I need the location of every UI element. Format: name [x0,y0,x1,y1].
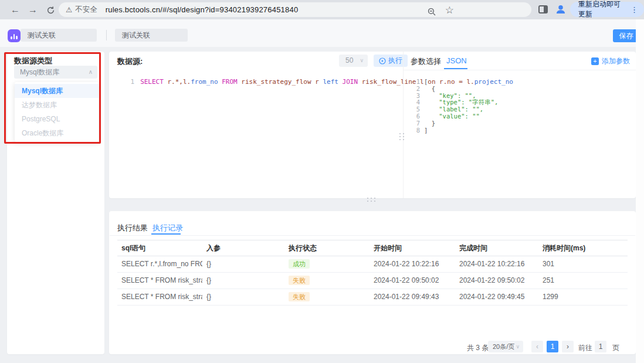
security-warning[interactable]: ⚠ 不安全 [66,5,97,15]
row-limit-value: 50 [345,56,353,65]
url-bar[interactable]: ⚠ 不安全 rules.bctools.cn/#/sql/design?id=9… [59,2,531,17]
tab-history-underline [151,233,181,235]
screenshot-root: ← → ⚠ 不安全 rules.bctools.cn/#/sql/design?… [0,0,644,363]
horizontal-resize-handle[interactable] [367,198,375,202]
browser-toolbar: ← → ⚠ 不安全 rules.bctools.cn/#/sql/design?… [0,0,644,19]
col-sql: sql语句 [117,240,202,256]
status-badge: 失败 [289,276,310,285]
warning-icon: ⚠ [66,5,72,14]
datasource-select-value: Mysql数据库 [20,68,59,76]
tab-execution-history[interactable]: 执行记录 [152,223,183,233]
cell-end: 2024-01-22 09:50:02 [455,273,538,289]
json-line-number: 2 [411,86,420,93]
reload-glyph [46,6,55,15]
col-status: 执行状态 [284,240,370,256]
cell-sql: SELECT * FROM risk_strateg… [117,289,202,305]
json-line-number: 6 [411,113,420,120]
table-header-row: sql语句 入参 执行状态 开始时间 完成时间 消耗时间(ms) [117,240,628,256]
update-label: 重新启动即可更新 [578,0,625,19]
cell-start: 2024-01-22 10:22:16 [370,256,455,272]
goto-page-input[interactable]: 1 [595,341,606,352]
page-size-select[interactable]: 20条/页 ∨ [488,341,523,352]
result-tab-bar-border [110,235,635,236]
profile-avatar[interactable] [555,4,567,18]
tab-param-select[interactable]: 参数选择 [411,56,441,67]
datasource-label: 数据源: [117,56,143,67]
plus-icon: + [591,57,599,65]
cell-start: 2024-01-22 09:49:43 [370,289,455,305]
json-line-text: } [424,120,435,127]
side-panel-icon[interactable] [538,5,548,13]
panel-splitter [403,52,404,198]
json-param-editor[interactable]: 1[ 2 { 3 "key": "", 4 "type": "字符串", 5 "… [411,79,628,134]
prev-page-button[interactable]: ‹ [531,341,543,352]
flow-name-input[interactable]: 测试关联 [21,29,97,42]
table-row: SELECT r.*,l.from_no FROM r… {} 成功 2024-… [117,256,628,273]
sql-token: risk_strategy_flow r [241,78,323,86]
cell-params: {} [202,273,284,289]
app-logo-icon [8,29,21,42]
menu-dots-icon[interactable]: ⋮ [628,5,640,14]
line-number: 1 [131,78,135,86]
datasource-select[interactable]: Mysql数据库 ∧ [14,66,97,79]
side-panel-fill [544,6,547,12]
tab-bar-border [404,70,636,70]
execute-label: 执行 [388,56,402,66]
chevron-up-icon: ∧ [89,66,93,79]
pagination-total: 共 3 条 [467,343,489,353]
chevron-down-icon: ∨ [516,341,520,352]
cell-params: {} [202,289,284,305]
add-param-button[interactable]: + 添加参数 [591,56,630,66]
sql-token: r.*,l. [167,78,191,86]
scrollbar-track[interactable] [636,19,644,363]
reload-icon[interactable] [43,3,57,17]
current-page-button[interactable]: 1 [547,341,558,352]
tab-execution-result[interactable]: 执行结果 [117,223,148,233]
next-page-button[interactable]: › [562,341,574,352]
sql-token: FROM [218,78,242,86]
sql-token: SELECT [140,78,167,86]
security-label: 不安全 [75,5,97,15]
tab-json-underline [444,68,467,69]
col-start: 开始时间 [370,240,455,256]
json-line-text: ] [424,127,428,134]
flow-name-input-2[interactable]: 测试关联 [115,29,188,42]
forward-icon[interactable]: → [26,3,40,17]
cell-start: 2024-01-22 09:50:02 [370,273,455,289]
vertical-resize-handle[interactable] [399,133,404,140]
back-icon[interactable]: ← [8,3,22,17]
cell-cost: 251 [538,273,628,289]
zoom-icon[interactable] [428,8,436,19]
bookmark-star-icon[interactable]: ☆ [445,4,454,16]
goto-label: 前往 [578,343,592,353]
cell-params: {} [202,256,284,272]
play-circle-icon [379,57,386,65]
dropdown-option-postgresql: PostgreSQL [15,112,99,126]
dropdown-option-oracle: Oracle数据库 [15,126,99,140]
json-line-text: { [424,86,435,93]
chevron-down-icon: ∨ [360,55,364,67]
cell-end: 2024-01-22 10:22:16 [455,256,538,272]
table-row: SELECT * FROM risk_strateg… {} 失败 2024-0… [117,289,628,306]
json-line-number: 8 [411,127,420,134]
dropdown-option-mysql[interactable]: Mysql数据库 [15,84,99,98]
table-row: SELECT * FROM risk_strateg… {} 失败 2024-0… [117,273,628,289]
tab-json[interactable]: JSON [446,56,467,65]
sql-token: from_no [191,78,218,86]
row-limit-select[interactable]: 50 ∨ [339,55,368,67]
cell-sql: SELECT * FROM risk_strateg… [117,273,202,289]
dropdown-option-dameng: 达梦数据库 [15,98,99,112]
cell-cost: 301 [538,256,628,272]
page-unit-label: 页 [612,343,619,353]
json-line-text: "value": "" [424,113,480,120]
sql-token: left [323,78,342,86]
cell-sql: SELECT r.*,l.from_no FROM r… [117,256,202,272]
execution-history-table: sql语句 入参 执行状态 开始时间 完成时间 消耗时间(ms) SELECT … [117,240,628,306]
relaunch-update-button[interactable]: 重新启动即可更新 ⋮ [570,2,644,17]
url-text[interactable]: rules.bctools.cn/#/sql/design?id=9340219… [106,5,299,14]
datasource-type-title: 数据源类型 [14,56,52,66]
add-param-label: 添加参数 [602,56,630,66]
col-params: 入参 [202,240,284,256]
cell-end: 2024-01-22 09:49:45 [455,289,538,305]
status-badge: 成功 [289,259,310,269]
